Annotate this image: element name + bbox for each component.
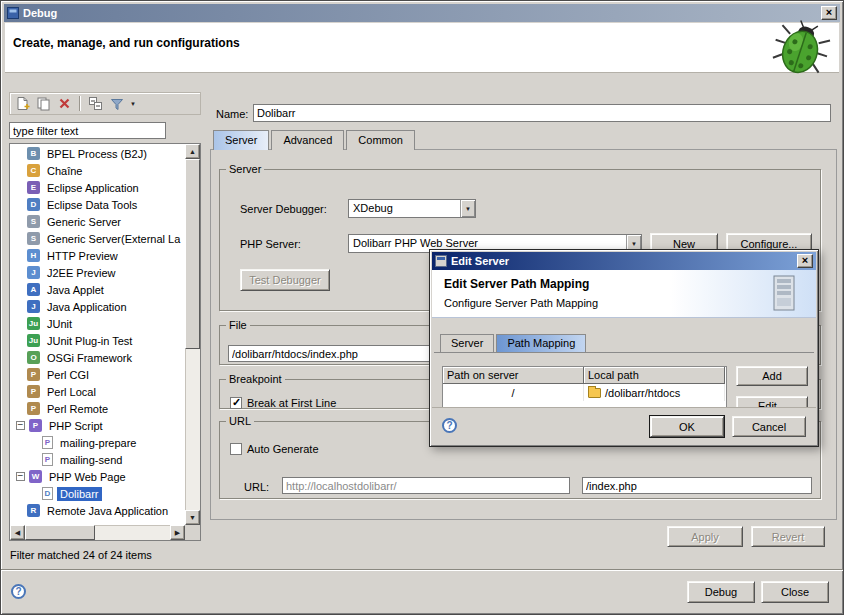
tree-item-label: Dolibarr xyxy=(57,487,102,501)
tree-item[interactable]: OOSGi Framework xyxy=(10,349,185,366)
tree-item[interactable]: SGeneric Server(External La xyxy=(10,230,185,247)
tree-item[interactable]: JuJUnit Plug-in Test xyxy=(10,332,185,349)
expander-spacer xyxy=(15,301,27,313)
config-tab-bar: Server Advanced Common xyxy=(213,130,417,150)
tree-item-label: Remote Java Application xyxy=(44,504,171,518)
cancel-button[interactable]: Cancel xyxy=(732,416,806,437)
revert-button[interactable]: Revert xyxy=(751,526,825,547)
tree-item[interactable]: JJ2EE Preview xyxy=(10,264,185,281)
tab-server[interactable]: Server xyxy=(213,130,269,150)
duplicate-configuration-button[interactable] xyxy=(34,95,53,113)
collapse-expander-icon[interactable]: − xyxy=(16,472,25,481)
tree-item[interactable]: AJava Applet xyxy=(10,281,185,298)
auto-generate-checkbox[interactable] xyxy=(230,443,242,455)
tree-item[interactable]: PPerl Remote xyxy=(10,400,185,417)
edit-server-titlebar[interactable]: Edit Server × xyxy=(432,252,816,270)
add-mapping-button[interactable]: Add xyxy=(736,366,808,386)
tree-item[interactable]: −PPHP Script xyxy=(10,417,185,434)
server-debugger-combo[interactable]: XDebug ▼ xyxy=(348,199,476,218)
scroll-up-icon[interactable]: ▲ xyxy=(185,144,200,159)
url-path-input[interactable] xyxy=(582,477,812,494)
tree-item[interactable]: HHTTP Preview xyxy=(10,247,185,264)
tree-item[interactable]: EEclipse Application xyxy=(10,179,185,196)
tree-item[interactable]: PPerl Local xyxy=(10,383,185,400)
window-titlebar[interactable]: Debug × xyxy=(4,4,840,22)
tree-horizontal-scrollbar[interactable]: ◀ ▶ xyxy=(10,525,185,540)
window-close-button[interactable]: × xyxy=(821,6,837,20)
tree-item-label: BPEL Process (B2J) xyxy=(44,147,150,161)
tree-indent xyxy=(10,493,30,494)
filter-menu-arrow-icon[interactable]: ▼ xyxy=(128,101,138,107)
java-application-icon: J xyxy=(27,300,40,313)
new-configuration-button[interactable] xyxy=(13,95,32,113)
php-web-page-icon: W xyxy=(29,470,42,483)
name-input[interactable] xyxy=(253,104,831,122)
banner-title: Create, manage, and run configurations xyxy=(13,36,240,50)
tree-item[interactable]: JJava Application xyxy=(10,298,185,315)
tree-item[interactable]: Pmailing-prepare xyxy=(10,434,185,451)
tab-common[interactable]: Common xyxy=(346,130,415,150)
tab-server-settings[interactable]: Server xyxy=(440,334,494,352)
tree-item-label: Generic Server(External La xyxy=(44,232,183,246)
edit-server-tabline xyxy=(434,352,814,353)
test-debugger-button[interactable]: Test Debugger xyxy=(240,269,330,291)
tree-vertical-scrollbar[interactable]: ▲ ▼ xyxy=(185,144,200,525)
close-button[interactable]: Close xyxy=(761,581,829,603)
tree-item[interactable]: JuJUnit xyxy=(10,315,185,332)
column-header-local-path[interactable]: Local path xyxy=(584,367,725,384)
expander-spacer xyxy=(15,284,27,296)
horizontal-scroll-thumb[interactable] xyxy=(25,525,95,540)
filter-input[interactable] xyxy=(9,122,166,139)
tab-path-mapping[interactable]: Path Mapping xyxy=(496,334,586,352)
expander-spacer xyxy=(15,233,27,245)
url-label: URL: xyxy=(244,481,269,493)
debug-button[interactable]: Debug xyxy=(687,581,755,603)
dialog-help-button[interactable]: ? xyxy=(442,418,457,433)
eclipse-application-icon: E xyxy=(27,181,40,194)
tree-item[interactable]: BBPEL Process (B2J) xyxy=(10,145,185,162)
expander-spacer xyxy=(15,182,27,194)
expander-spacer xyxy=(15,505,27,517)
tree-indent xyxy=(10,476,15,477)
configurations-tree-panel: BBPEL Process (B2J)CChaîneEEclipse Appli… xyxy=(9,143,201,541)
php-script-icon: P xyxy=(29,419,42,432)
url-base-input[interactable] xyxy=(282,477,570,494)
help-button[interactable]: ? xyxy=(11,584,26,599)
collapse-all-button[interactable] xyxy=(86,95,105,113)
tree-item[interactable]: Pmailing-send xyxy=(10,451,185,468)
tree-item[interactable]: SGeneric Server xyxy=(10,213,185,230)
name-label: Name: xyxy=(216,108,248,120)
tree-item[interactable]: −WPHP Web Page xyxy=(10,468,185,485)
tree-item[interactable]: DEclipse Data Tools xyxy=(10,196,185,213)
tab-advanced[interactable]: Advanced xyxy=(271,130,344,150)
scroll-left-icon[interactable]: ◀ xyxy=(10,525,25,540)
column-header-path-on-server[interactable]: Path on server xyxy=(443,367,584,384)
scroll-down-icon[interactable]: ▼ xyxy=(185,510,200,525)
perl-cgi-icon: P xyxy=(27,368,40,381)
tree-item[interactable]: CChaîne xyxy=(10,162,185,179)
vertical-scroll-thumb[interactable] xyxy=(185,159,200,349)
ok-button[interactable]: OK xyxy=(650,416,724,437)
filter-launch-configurations-button[interactable] xyxy=(107,95,126,113)
apply-button[interactable]: Apply xyxy=(667,526,743,547)
delete-configuration-button[interactable] xyxy=(55,95,74,113)
tree-item[interactable]: DDolibarr xyxy=(10,485,185,502)
break-at-first-line-checkbox[interactable] xyxy=(230,397,242,409)
tree-item[interactable]: PPerl CGI xyxy=(10,366,185,383)
dolibarr-config-icon: D xyxy=(42,487,53,500)
debug-configurations-window: Debug × Create, manage, and run configur… xyxy=(0,0,844,615)
edit-server-dialog: Edit Server × Edit Server Path Mapping C… xyxy=(429,249,819,447)
chevron-down-icon[interactable]: ▼ xyxy=(460,200,475,217)
server-group-legend: Server xyxy=(226,163,264,175)
scroll-right-icon[interactable]: ▶ xyxy=(170,525,185,540)
expander-spacer xyxy=(30,488,42,500)
tree-item-label: JUnit Plug-in Test xyxy=(44,334,135,348)
configurations-toolbar: ▼ xyxy=(9,92,201,115)
edit-server-close-button[interactable]: × xyxy=(797,254,813,268)
server-image xyxy=(768,274,800,314)
server-debugger-label: Server Debugger: xyxy=(240,203,327,215)
tree-item[interactable]: RRemote Java Application xyxy=(10,502,185,519)
mapping-row[interactable]: //dolibarr/htdocs xyxy=(443,384,726,401)
tree-item-label: Java Application xyxy=(44,300,130,314)
collapse-expander-icon[interactable]: − xyxy=(16,421,25,430)
